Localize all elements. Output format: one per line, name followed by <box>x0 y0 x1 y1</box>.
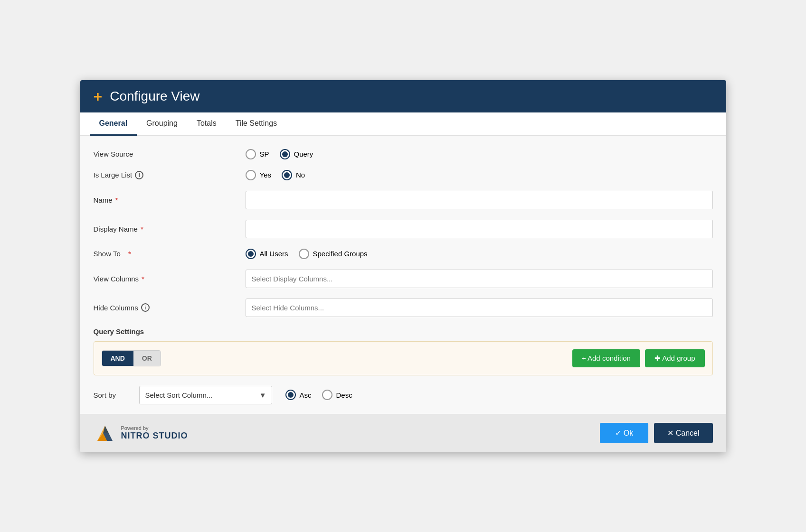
is-large-list-yes-radio[interactable] <box>246 170 256 180</box>
nitro-logo-icon <box>94 422 116 445</box>
nitro-brand-name: NITRO STUDIO <box>121 431 188 441</box>
show-to-label: Show To * <box>94 250 246 258</box>
hide-columns-label: Hide Columns i <box>94 303 246 312</box>
view-source-controls: SP Query <box>246 149 713 159</box>
show-to-specified-groups-radio[interactable] <box>299 249 309 259</box>
show-to-all-users-radio[interactable] <box>246 249 256 259</box>
view-source-row: View Source SP Query <box>94 149 713 159</box>
view-source-sp-radio[interactable] <box>246 149 256 159</box>
view-source-query-option[interactable]: Query <box>280 149 313 159</box>
sort-row: Sort by Select Sort Column... ▼ Asc Desc <box>94 386 713 404</box>
display-name-input[interactable] <box>246 220 713 238</box>
is-large-list-no-radio[interactable] <box>282 170 292 180</box>
sort-asc-option[interactable]: Asc <box>285 390 312 400</box>
tab-bar: General Grouping Totals Tile Settings <box>80 112 726 136</box>
tab-totals[interactable]: Totals <box>187 112 226 136</box>
is-large-list-info-icon: i <box>135 171 143 179</box>
name-input[interactable] <box>246 191 713 209</box>
show-to-specified-groups-option[interactable]: Specified Groups <box>299 249 368 259</box>
sort-desc-option[interactable]: Desc <box>322 390 352 400</box>
display-name-control <box>246 220 713 238</box>
nitro-brand: Powered by NITRO STUDIO <box>94 422 188 445</box>
hide-columns-control <box>246 299 713 317</box>
add-condition-button[interactable]: + Add condition <box>572 349 640 367</box>
modal-title: Configure View <box>110 89 199 104</box>
display-name-label: Display Name* <box>94 225 246 233</box>
query-settings-box: AND OR + Add condition ✚ Add group <box>94 341 713 375</box>
configure-view-modal: + Configure View General Grouping Totals… <box>80 80 726 452</box>
powered-by-label: Powered by <box>121 425 188 431</box>
and-or-toggle: AND OR <box>102 350 161 366</box>
view-source-label: View Source <box>94 150 246 158</box>
ok-button[interactable]: ✓ Ok <box>600 423 648 443</box>
query-action-buttons: + Add condition ✚ Add group <box>572 349 705 367</box>
show-to-all-users-option[interactable]: All Users <box>246 249 288 259</box>
show-to-row: Show To * All Users Specified Groups <box>94 249 713 259</box>
view-columns-label: View Columns* <box>94 275 246 283</box>
sort-desc-radio[interactable] <box>322 390 332 400</box>
is-large-list-no-option[interactable]: No <box>282 170 305 180</box>
view-columns-control <box>246 270 713 288</box>
and-button[interactable]: AND <box>102 351 133 366</box>
view-source-sp-option[interactable]: SP <box>246 149 269 159</box>
sort-order-radio-group: Asc Desc <box>285 390 352 400</box>
footer-buttons: ✓ Ok ✕ Cancel <box>600 423 712 443</box>
sort-label: Sort by <box>94 391 132 399</box>
add-group-button[interactable]: ✚ Add group <box>645 349 705 367</box>
name-label: Name* <box>94 196 246 204</box>
is-large-list-label: Is Large List i <box>94 171 246 179</box>
tab-grouping[interactable]: Grouping <box>137 112 187 136</box>
hide-columns-info-icon: i <box>141 303 150 312</box>
modal-footer: Powered by NITRO STUDIO ✓ Ok ✕ Cancel <box>80 414 726 452</box>
nitro-text-area: Powered by NITRO STUDIO <box>121 425 188 441</box>
name-control <box>246 191 713 209</box>
is-large-list-row: Is Large List i Yes No <box>94 170 713 180</box>
sort-column-select[interactable]: Select Sort Column... <box>139 386 272 404</box>
tab-tile-settings[interactable]: Tile Settings <box>226 112 286 136</box>
name-row: Name* <box>94 191 713 209</box>
plus-icon: + <box>94 89 103 104</box>
show-to-controls: All Users Specified Groups <box>246 249 713 259</box>
query-settings-title: Query Settings <box>94 327 713 336</box>
view-source-radio-group: SP Query <box>246 149 313 159</box>
tab-general[interactable]: General <box>90 112 137 136</box>
is-large-list-controls: Yes No <box>246 170 713 180</box>
is-large-list-yes-option[interactable]: Yes <box>246 170 271 180</box>
view-columns-row: View Columns* <box>94 270 713 288</box>
modal-header: + Configure View <box>80 80 726 112</box>
or-button[interactable]: OR <box>133 351 161 366</box>
sort-select-wrapper: Select Sort Column... ▼ <box>139 386 272 404</box>
is-large-list-radio-group: Yes No <box>246 170 305 180</box>
hide-columns-input[interactable] <box>246 299 713 317</box>
sort-asc-radio[interactable] <box>285 390 296 400</box>
modal-body: View Source SP Query Is Large List <box>80 136 726 414</box>
view-source-query-radio[interactable] <box>280 149 290 159</box>
show-to-radio-group: All Users Specified Groups <box>246 249 368 259</box>
display-name-row: Display Name* <box>94 220 713 238</box>
view-columns-input[interactable] <box>246 270 713 288</box>
cancel-button[interactable]: ✕ Cancel <box>654 423 712 443</box>
hide-columns-row: Hide Columns i <box>94 299 713 317</box>
